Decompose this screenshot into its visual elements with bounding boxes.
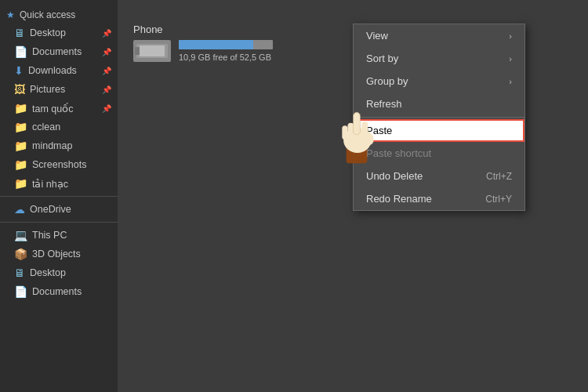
thispc-icon: 💻 (14, 229, 27, 241)
sidebar-quickaccess-header[interactable]: ★ Quick access (0, 6, 118, 24)
sidebar-item-label: Screenshots (32, 159, 86, 170)
sidebar-item-label: Documents (32, 286, 82, 297)
context-menu-item-label: Paste shortcut (366, 147, 431, 159)
pin-icon: 📌 (102, 104, 111, 113)
context-menu-item-label: Redo Rename (366, 193, 432, 205)
device-icon (133, 40, 171, 62)
context-menu-refresh[interactable]: Refresh (354, 93, 524, 115)
storage-bar-fill (179, 40, 253, 49)
chevron-right-icon: › (509, 31, 512, 41)
quickaccess-label: Quick access (20, 9, 75, 20)
desktop-icon: 🖥 (14, 27, 25, 39)
sidebar-item-label: Desktop (30, 267, 66, 278)
sidebar-item-label: 3D Objects (32, 249, 81, 260)
sidebar-item-3dobjects[interactable]: 📦 3D Objects (0, 245, 118, 263)
context-menu: View › Sort by › Group by › Refresh Past… (353, 24, 525, 211)
context-menu-item-label: Paste (366, 125, 392, 136)
sidebar-item-downloads[interactable]: ⬇ Downloads 📌 (0, 61, 118, 80)
sidebar-item-cclean[interactable]: 📁 cclean (0, 118, 118, 136)
folder-icon: 📁 (14, 140, 27, 152)
sidebar-item-label: OneDrive (30, 204, 71, 215)
sidebar-item-documents[interactable]: 📄 Documents 📌 (0, 42, 118, 61)
sidebar-item-label: tam quốc (32, 103, 73, 114)
context-menu-item-label: Sort by (366, 53, 398, 64)
sidebar-item-label: Documents (32, 46, 82, 57)
sidebar-item-label: Downloads (28, 65, 77, 76)
pin-icon: 📌 (102, 48, 111, 56)
svg-rect-2 (140, 45, 165, 56)
3dobjects-icon: 📦 (14, 248, 27, 260)
context-menu-item-label: Group by (366, 75, 408, 87)
pictures-icon: 🖼 (14, 83, 25, 96)
device-info: 10,9 GB free of 52,5 GB (179, 40, 273, 62)
sidebar-item-desktop[interactable]: 🖥 Desktop 📌 (0, 24, 118, 42)
sidebar-item-onedrive[interactable]: ☁ OneDrive (0, 200, 118, 219)
sidebar-item-tainac[interactable]: 📁 tải nhạc (0, 174, 118, 193)
sidebar-item-label: Pictures (30, 84, 65, 95)
sidebar-item-label: mindmap (32, 140, 72, 151)
pin-icon: 📌 (102, 85, 111, 94)
context-menu-redo-rename[interactable]: Redo Rename Ctrl+Y (354, 187, 524, 210)
documents-icon: 📄 (14, 45, 27, 58)
folder-icon: 📁 (14, 177, 27, 190)
folder-icon: 📁 (14, 102, 27, 114)
chevron-right-icon: › (509, 77, 512, 86)
folder-icon: 📁 (14, 121, 27, 133)
sidebar-item-documents2[interactable]: 📄 Documents (0, 282, 118, 301)
svg-rect-1 (135, 47, 140, 55)
downloads-icon: ⬇ (14, 64, 24, 77)
sidebar-item-screenshots[interactable]: 📁 Screenshots (0, 155, 118, 174)
chevron-right-icon: › (509, 54, 512, 64)
shortcut-label: Ctrl+Y (485, 194, 512, 205)
onedrive-icon: ☁ (14, 203, 25, 216)
context-menu-separator1 (354, 117, 524, 118)
device-icon-row: 10,9 GB free of 52,5 GB (133, 40, 274, 62)
storage-bar-container (179, 40, 273, 49)
context-menu-paste-shortcut: Paste shortcut (354, 142, 524, 165)
sidebar-item-label: tải nhạc (32, 178, 68, 190)
sidebar-item-thispc[interactable]: 💻 This PC (0, 226, 118, 245)
context-menu-groupby[interactable]: Group by › (354, 70, 524, 93)
device-name: Phone (133, 24, 274, 35)
sidebar-item-desktop2[interactable]: 🖥 Desktop (0, 263, 118, 282)
sidebar-item-label: This PC (32, 230, 67, 241)
sidebar-divider2 (0, 222, 118, 223)
shortcut-label: Ctrl+Z (486, 171, 512, 182)
device-phone: Phone 10,9 GB free of 52,5 GB (133, 24, 274, 62)
documents2-icon: 📄 (14, 285, 27, 298)
svg-rect-8 (342, 125, 347, 140)
star-icon: ★ (6, 9, 15, 20)
storage-text: 10,9 GB free of 52,5 GB (179, 53, 273, 62)
context-menu-item-label: Undo Delete (366, 170, 423, 182)
context-menu-sortby[interactable]: Sort by › (354, 47, 524, 70)
desktop2-icon: 🖥 (14, 267, 25, 279)
context-menu-item-label: Refresh (366, 98, 402, 110)
pin-icon: 📌 (102, 67, 111, 75)
context-menu-view[interactable]: View › (354, 24, 524, 47)
sidebar-divider (0, 196, 118, 197)
sidebar-item-pictures[interactable]: 🖼 Pictures 📌 (0, 80, 118, 99)
folder-icon: 📁 (14, 158, 27, 171)
sidebar-item-label: cclean (32, 122, 60, 132)
context-menu-undo-delete[interactable]: Undo Delete Ctrl+Z (354, 165, 524, 187)
pin-icon: 📌 (102, 29, 111, 38)
sidebar-item-mindmap[interactable]: 📁 mindmap (0, 136, 118, 155)
sidebar-item-label: Desktop (30, 27, 66, 38)
sidebar-item-tamquoc[interactable]: 📁 tam quốc 📌 (0, 99, 118, 118)
main-content: Phone 10,9 GB free of 52,5 GB View › (118, 0, 588, 392)
context-menu-paste[interactable]: Paste (354, 119, 524, 142)
context-menu-item-label: View (366, 30, 388, 42)
sidebar: ★ Quick access 🖥 Desktop 📌 📄 Documents 📌… (0, 0, 118, 392)
